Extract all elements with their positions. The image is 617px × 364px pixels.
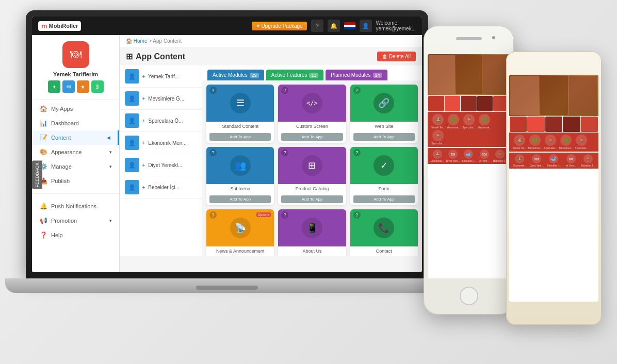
list-item-4[interactable]: 👤 + Ekonomik Men...	[120, 132, 202, 154]
add-btn-1[interactable]: Add To App	[209, 133, 271, 141]
user-info: Welcome; yemek@yemek...	[376, 20, 416, 31]
bottom-nav-5[interactable]: 🏃 Bebekler İ...	[493, 150, 508, 162]
android-bottom-label-4: et Yem...	[566, 164, 576, 167]
planned-modules-count: 14	[373, 73, 382, 78]
upgrade-btn[interactable]: ✦ Upgrade Package	[252, 22, 307, 30]
add-btn-2[interactable]: Add To App	[281, 133, 343, 141]
bottom-nav-1[interactable]: 🍲 Ekonomik...	[430, 150, 445, 162]
nav-item-2[interactable]: 🌿 Mevsimse...	[446, 114, 461, 129]
sidebar-item-publish[interactable]: 📤 Publish	[32, 174, 119, 188]
android-bottom-1[interactable]: 🍲 Ekonomik...	[511, 154, 528, 167]
sidebar-item-appearance[interactable]: 🎨 Appearance ▾	[32, 145, 119, 159]
breadcrumb-home[interactable]: Home	[134, 38, 148, 44]
list-item-5[interactable]: 👤 + Diyet Yemekl...	[120, 154, 202, 176]
bottom-icon-2: 🍽	[448, 150, 458, 159]
add-btn-6[interactable]: Add To App	[353, 195, 415, 203]
delete-all-btn[interactable]: 🗑 Delete All	[377, 52, 416, 61]
bottom-nav-3[interactable]: 🥣 Bebekler İ...	[461, 150, 476, 162]
android-nav-4[interactable]: 🌿 Mevsimse...	[559, 135, 573, 150]
add-btn-4[interactable]: Add To App	[209, 195, 271, 203]
module-q-1[interactable]: ?	[209, 87, 217, 94]
module-standard-content: ? ☰ Standard Content Add To App	[206, 85, 274, 143]
nav-item-4[interactable]: 🌿 Mevsimse...	[477, 114, 492, 129]
tab-active-features[interactable]: Active Features 13	[266, 70, 324, 80]
notification-icon-btn[interactable]: 🔔	[328, 20, 340, 32]
bottom-icon-3: 🥣	[464, 150, 473, 159]
dashboard-label: Dashboard	[51, 120, 79, 126]
list-item-6[interactable]: 👤 + Bebekler İçi...	[120, 176, 202, 198]
module-q-3[interactable]: ?	[353, 87, 361, 94]
module-name-5: Product Catalog	[281, 186, 343, 191]
grid-icon: ⊞	[126, 52, 133, 61]
module-q-6[interactable]: ?	[353, 149, 361, 156]
android-bottom-4[interactable]: 🍽 et Yem...	[563, 154, 579, 167]
bottom-nav-2[interactable]: 🍽 Diyet Yem...	[445, 150, 460, 162]
panel-list: 👤 + Yemek Tarif... 👤 + Mevsimlere G... 👤	[120, 65, 202, 256]
module-icon-3: 🔗	[374, 93, 394, 113]
add-btn-5[interactable]: Add To App	[281, 195, 343, 203]
active-modules-count: 29	[250, 73, 259, 78]
module-name-7: News & Announcement	[209, 249, 271, 254]
iphone-camera	[492, 36, 495, 39]
module-q-8[interactable]: ?	[281, 211, 288, 219]
nav-label-4: Mevsimse...	[478, 126, 492, 129]
icon-blue: ✉	[62, 80, 75, 93]
module-q-4[interactable]: ?	[209, 149, 217, 156]
android-photo-5	[581, 117, 598, 132]
content-area: 🏠 Home > App Content ⊞ App Content 🗑 Del…	[120, 35, 422, 272]
list-item-2[interactable]: 👤 + Mevsimlere G...	[120, 88, 202, 110]
list-icon-3: 👤	[125, 113, 139, 128]
android-nav-label-2: Mevsimse...	[528, 146, 542, 150]
add-btn-3[interactable]: Add To App	[353, 133, 415, 141]
nav-item-3[interactable]: 🏃 Sporcular...	[462, 114, 476, 129]
sidebar-item-help[interactable]: ❓ Help	[32, 228, 119, 242]
tab-planned-modules[interactable]: Planned Modules 14	[326, 70, 387, 80]
module-q-7[interactable]: ?	[209, 211, 217, 219]
sidebar-item-promotion[interactable]: 📢 Promotion ▾	[32, 213, 119, 228]
appearance-arrow: ▾	[109, 150, 112, 155]
android-bottom-icon-5: 🏃	[583, 154, 593, 163]
sidebar-item-myapps[interactable]: 🏠 My Apps	[32, 102, 119, 116]
sidebar-item-pushnotifications[interactable]: 🔔 Push Notifications	[32, 199, 119, 213]
breadcrumb: 🏠 Home > App Content	[120, 35, 422, 47]
module-footer-6: Form Add To App	[350, 184, 418, 205]
module-product-catalog: ? ⊞ Product Catalog Add To App	[278, 147, 346, 205]
iphone-home-btn[interactable]	[460, 287, 478, 305]
android-nav-3[interactable]: 🏃 Sporcular...	[543, 135, 558, 150]
nav-item-1[interactable]: 🍲 Yemek Tar...	[431, 114, 445, 129]
android-nav-1[interactable]: 🍲 Yemek Tar...	[512, 135, 527, 150]
appearance-icon: 🎨	[39, 148, 47, 156]
app-header	[428, 54, 510, 95]
nav-icon-2: 🌿	[448, 114, 459, 125]
android-nav-icon-4: 🌿	[560, 135, 572, 146]
module-q-5[interactable]: ?	[281, 149, 288, 156]
list-item-1[interactable]: 👤 + Yemek Tarif...	[120, 65, 202, 88]
promotion-label: Promotion	[51, 218, 77, 224]
module-footer-3: Web Site Add To App	[350, 122, 418, 143]
android-bottom-2[interactable]: 🍽 Diyet Yem...	[528, 154, 545, 167]
push-icon: 🔔	[39, 203, 47, 210]
sidebar-item-manage[interactable]: ⚙️ Manage ▾	[32, 159, 119, 174]
app-icon: 🍽	[62, 41, 89, 68]
sidebar-item-content[interactable]: 📝 Content ◀	[32, 130, 119, 145]
list-item-3[interactable]: 👤 + Sporculara Ö...	[120, 110, 202, 132]
module-q-2[interactable]: ?	[281, 87, 288, 94]
tab-active-modules[interactable]: Active Modules 29	[207, 70, 264, 80]
feedback-tab[interactable]: FEEDBACK	[32, 161, 42, 189]
module-footer-5: Product Catalog Add To App	[278, 184, 346, 205]
user-icon-btn[interactable]: 👤	[360, 20, 372, 32]
bottom-nav-4[interactable]: 🍽 et Yem...	[477, 150, 492, 162]
android-nav-2[interactable]: 🌿 Mevsimse...	[528, 135, 542, 150]
android-bottom-label-3: Bebekler İ...	[547, 164, 561, 167]
android-bottom-3[interactable]: 🥣 Bebekler İ...	[545, 154, 562, 167]
module-q-9[interactable]: ?	[353, 211, 361, 219]
android-photo-1	[510, 117, 527, 132]
android-nav-5[interactable]: 🏃 Sporcular...	[574, 135, 589, 150]
help-icon-btn[interactable]: ?	[311, 20, 323, 32]
android-bottom-5[interactable]: 🏃 Bebekler İ...	[580, 154, 596, 167]
module-header-3: ? 🔗	[350, 85, 418, 122]
sidebar-item-dashboard[interactable]: 📊 Dashboard	[32, 116, 119, 130]
manage-arrow: ▾	[109, 164, 112, 169]
iphone-speaker	[456, 37, 482, 40]
nav-item-5[interactable]: 🏃 Sporcular...	[431, 130, 445, 145]
